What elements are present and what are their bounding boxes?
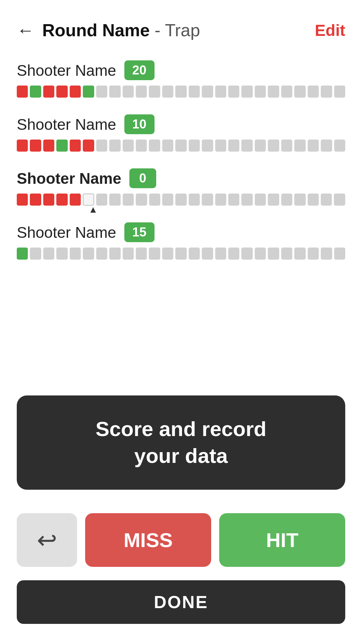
shot-2-21[interactable]	[281, 140, 292, 152]
shot-3-25[interactable]	[334, 194, 345, 206]
shot-4-21[interactable]	[281, 248, 292, 260]
shot-3-19[interactable]	[255, 194, 266, 206]
shot-4-24[interactable]	[321, 248, 332, 260]
shot-2-9[interactable]	[123, 140, 134, 152]
shot-3-2[interactable]	[30, 194, 41, 206]
hit-button[interactable]: HIT	[219, 513, 345, 567]
shot-2-5[interactable]	[70, 140, 81, 152]
shot-2-14[interactable]	[189, 140, 200, 152]
miss-button[interactable]: MISS	[85, 513, 211, 567]
shot-3-8[interactable]	[109, 194, 120, 206]
shot-1-17[interactable]	[228, 86, 239, 98]
shot-2-11[interactable]	[149, 140, 160, 152]
shot-1-25[interactable]	[334, 86, 345, 98]
shot-4-22[interactable]	[294, 248, 305, 260]
shot-2-22[interactable]	[294, 140, 305, 152]
shot-1-23[interactable]	[308, 86, 319, 98]
shot-2-17[interactable]	[228, 140, 239, 152]
shot-3-1[interactable]	[17, 194, 28, 206]
shot-3-23[interactable]	[308, 194, 319, 206]
back-button[interactable]: ←	[17, 20, 34, 40]
shot-3-6-current[interactable]	[83, 194, 94, 206]
shot-4-14[interactable]	[189, 248, 200, 260]
shot-4-9[interactable]	[123, 248, 134, 260]
shot-3-16[interactable]	[215, 194, 226, 206]
shot-3-13[interactable]	[175, 194, 186, 206]
shot-3-15[interactable]	[202, 194, 213, 206]
shot-1-6[interactable]	[83, 86, 94, 98]
shot-1-9[interactable]	[123, 86, 134, 98]
shot-2-6[interactable]	[83, 140, 94, 152]
shot-3-21[interactable]	[281, 194, 292, 206]
shot-1-2[interactable]	[30, 86, 41, 98]
shot-4-23[interactable]	[308, 248, 319, 260]
shot-3-9[interactable]	[123, 194, 134, 206]
shot-1-12[interactable]	[162, 86, 173, 98]
shot-2-7[interactable]	[96, 140, 107, 152]
shot-2-23[interactable]	[308, 140, 319, 152]
shot-1-3[interactable]	[43, 86, 54, 98]
shot-2-8[interactable]	[109, 140, 120, 152]
shot-1-4[interactable]	[56, 86, 67, 98]
shot-2-16[interactable]	[215, 140, 226, 152]
shot-1-16[interactable]	[215, 86, 226, 98]
done-button[interactable]: DONE	[17, 580, 345, 624]
shot-1-24[interactable]	[321, 86, 332, 98]
shot-2-15[interactable]	[202, 140, 213, 152]
shot-4-7[interactable]	[96, 248, 107, 260]
shot-4-5[interactable]	[70, 248, 81, 260]
shot-4-11[interactable]	[149, 248, 160, 260]
undo-button[interactable]: ↩	[17, 513, 77, 567]
shot-1-14[interactable]	[189, 86, 200, 98]
shot-4-1[interactable]	[17, 248, 28, 260]
shot-3-14[interactable]	[189, 194, 200, 206]
shot-4-15[interactable]	[202, 248, 213, 260]
shot-1-1[interactable]	[17, 86, 28, 98]
shot-4-13[interactable]	[175, 248, 186, 260]
shot-3-10[interactable]	[136, 194, 147, 206]
shot-4-3[interactable]	[43, 248, 54, 260]
shot-4-17[interactable]	[228, 248, 239, 260]
shot-2-19[interactable]	[255, 140, 266, 152]
shot-2-24[interactable]	[321, 140, 332, 152]
shot-1-8[interactable]	[109, 86, 120, 98]
shot-1-13[interactable]	[175, 86, 186, 98]
shot-1-19[interactable]	[255, 86, 266, 98]
shot-3-7[interactable]	[96, 194, 107, 206]
shot-2-1[interactable]	[17, 140, 28, 152]
shot-3-24[interactable]	[321, 194, 332, 206]
shot-3-4[interactable]	[56, 194, 67, 206]
shot-4-18[interactable]	[241, 248, 252, 260]
shot-4-10[interactable]	[136, 248, 147, 260]
shot-3-11[interactable]	[149, 194, 160, 206]
shot-1-15[interactable]	[202, 86, 213, 98]
shot-2-25[interactable]	[334, 140, 345, 152]
shot-2-10[interactable]	[136, 140, 147, 152]
shot-3-17[interactable]	[228, 194, 239, 206]
shot-2-2[interactable]	[30, 140, 41, 152]
shot-1-18[interactable]	[241, 86, 252, 98]
shot-2-20[interactable]	[268, 140, 279, 152]
shot-2-4[interactable]	[56, 140, 67, 152]
shot-4-2[interactable]	[30, 248, 41, 260]
shot-1-21[interactable]	[281, 86, 292, 98]
shot-2-12[interactable]	[162, 140, 173, 152]
shot-4-25[interactable]	[334, 248, 345, 260]
shot-3-20[interactable]	[268, 194, 279, 206]
shot-4-4[interactable]	[56, 248, 67, 260]
shot-4-16[interactable]	[215, 248, 226, 260]
edit-button[interactable]: Edit	[315, 21, 345, 40]
shot-1-10[interactable]	[136, 86, 147, 98]
shot-4-6[interactable]	[83, 248, 94, 260]
shot-4-8[interactable]	[109, 248, 120, 260]
shot-1-7[interactable]	[96, 86, 107, 98]
shot-2-3[interactable]	[43, 140, 54, 152]
shot-3-3[interactable]	[43, 194, 54, 206]
shot-2-18[interactable]	[241, 140, 252, 152]
shot-1-5[interactable]	[70, 86, 81, 98]
shot-1-11[interactable]	[149, 86, 160, 98]
shot-4-20[interactable]	[268, 248, 279, 260]
shot-3-12[interactable]	[162, 194, 173, 206]
shot-1-20[interactable]	[268, 86, 279, 98]
shot-3-18[interactable]	[241, 194, 252, 206]
